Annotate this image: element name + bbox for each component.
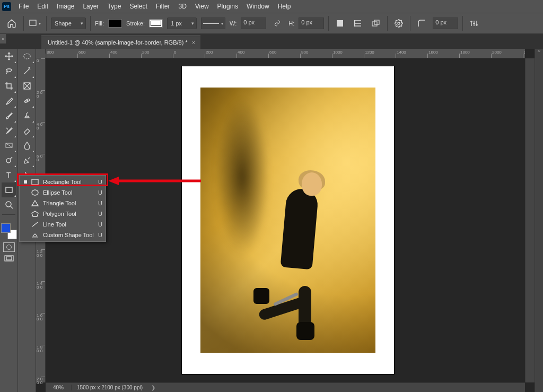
menu-bar: Ps File Edit Image Layer Type Select Fil… (0, 0, 543, 13)
close-tab-icon[interactable]: × (192, 39, 195, 46)
right-panel-dock[interactable]: ‹‹ (535, 49, 543, 392)
menu-file[interactable]: File (14, 0, 33, 13)
move-tool[interactable] (2, 49, 16, 64)
stroke-width-field[interactable]: 1 px (167, 18, 197, 29)
align-edges-icon[interactable] (467, 18, 481, 29)
flyout-triangle-tool[interactable]: Triangle Tool U (20, 198, 106, 208)
custom-shape-icon (31, 231, 39, 239)
menu-help[interactable]: Help (274, 0, 295, 13)
status-bar: 40% 1500 px x 2100 px (300 ppi) ❯ (46, 382, 525, 392)
menu-3d[interactable]: 3D (174, 0, 190, 13)
flyout-custom-shape-tool[interactable]: Custom Shape Tool U (20, 230, 106, 240)
polygon-icon (31, 210, 39, 217)
stroke-style-dropdown[interactable]: ▾ (201, 18, 225, 29)
svg-point-9 (6, 202, 11, 207)
flyout-ellipse-tool[interactable]: Ellipse Tool U (20, 187, 106, 198)
shape-mode-dropdown[interactable]: Shape (51, 18, 86, 29)
vertical-scrollbar[interactable] (525, 58, 535, 382)
menu-view[interactable]: View (191, 0, 213, 13)
flyout-item-shortcut: U (98, 211, 102, 217)
shape-options-gear-icon[interactable] (392, 18, 406, 29)
flyout-item-shortcut: U (98, 189, 102, 196)
marquee-tool[interactable] (20, 49, 34, 64)
panel-collapse-grip[interactable]: ‹‹ (0, 34, 6, 43)
divider (410, 16, 410, 31)
line-icon (31, 221, 39, 228)
stroke-swatch[interactable] (149, 19, 163, 28)
divider (23, 16, 24, 31)
document-dimensions[interactable]: 1500 px x 2100 px (300 ppi) (71, 385, 148, 390)
menu-layer[interactable]: Layer (78, 0, 103, 13)
home-button[interactable] (4, 16, 19, 31)
history-brush-tool[interactable] (2, 123, 16, 138)
stroke-label: Stroke: (126, 20, 145, 27)
shape-tool-flyout: Rectangle Tool U Ellipse Tool U Triangle… (19, 175, 106, 242)
zoom-level[interactable]: 40% (46, 385, 71, 390)
pen-tool[interactable] (20, 153, 34, 168)
flyout-rectangle-tool[interactable]: Rectangle Tool U (20, 177, 106, 187)
dodge-tool[interactable] (2, 153, 16, 168)
svg-rect-15 (32, 179, 38, 185)
flyout-item-shortcut: U (98, 200, 102, 206)
svg-rect-1 (337, 20, 343, 27)
foreground-background-swatch[interactable] (1, 223, 17, 239)
ruler-origin[interactable] (36, 49, 46, 58)
path-operations-icon[interactable] (333, 18, 347, 29)
svg-text:T: T (6, 171, 11, 179)
canvas-area: 8006004002000200400600800100012001400160… (36, 49, 535, 392)
divider (462, 16, 463, 31)
quick-mask-toggle[interactable] (3, 242, 15, 252)
flyout-line-tool[interactable]: Line Tool U (20, 219, 106, 230)
canvas-stage[interactable] (46, 58, 525, 382)
healing-brush-tool[interactable] (20, 93, 34, 108)
brush-tool[interactable] (2, 108, 16, 123)
document-tab-strip: Untitled-1 @ 40% (sample-image-for-borde… (0, 34, 543, 49)
menu-edit[interactable]: Edit (33, 0, 52, 13)
svg-rect-0 (30, 20, 36, 25)
menu-window[interactable]: Window (242, 0, 274, 13)
link-wh-icon[interactable] (270, 18, 284, 29)
svg-point-4 (398, 22, 400, 24)
path-arrangement-icon[interactable] (369, 18, 383, 29)
magic-wand-tool[interactable] (20, 64, 34, 79)
svg-rect-8 (6, 187, 12, 193)
lasso-tool[interactable] (2, 64, 16, 79)
corner-radius-icon (415, 18, 428, 29)
crop-tool[interactable] (2, 79, 16, 93)
path-alignment-icon[interactable] (351, 18, 365, 29)
height-field[interactable]: 0 px (299, 18, 324, 29)
app-logo: Ps (2, 2, 11, 11)
tool-preset-picker[interactable]: ▾ (28, 18, 42, 29)
menu-plugins[interactable]: Plugins (213, 0, 242, 13)
width-label: W: (230, 20, 237, 27)
corner-radius-field[interactable]: 0 px (433, 18, 458, 29)
menu-select[interactable]: Select (125, 0, 151, 13)
width-field[interactable]: 0 px (241, 18, 266, 29)
triangle-icon (31, 199, 39, 207)
eyedropper-tool[interactable] (2, 93, 16, 108)
flyout-item-label: Custom Shape Tool (43, 232, 94, 238)
sample-photo (200, 88, 375, 353)
flyout-item-shortcut: U (98, 232, 102, 238)
options-bar: ▾ Shape Fill: Stroke: 1 px ▾ W: 0 px H: … (0, 13, 543, 34)
ellipse-icon (31, 189, 39, 196)
svg-point-16 (32, 190, 38, 195)
menu-filter[interactable]: Filter (152, 0, 174, 13)
document-tab[interactable]: Untitled-1 @ 40% (sample-image-for-borde… (41, 36, 200, 49)
type-tool[interactable]: T (2, 168, 16, 182)
clone-stamp-tool[interactable] (20, 108, 34, 123)
flyout-polygon-tool[interactable]: Polygon Tool U (20, 208, 106, 219)
horizontal-ruler[interactable]: 8006004002000200400600800100012001400160… (46, 49, 525, 58)
status-bar-menu-icon[interactable]: ❯ (148, 385, 159, 390)
eraser-tool[interactable] (20, 123, 34, 138)
gradient-tool[interactable] (2, 138, 16, 153)
zoom-tool[interactable] (2, 197, 16, 212)
frame-tool[interactable] (20, 79, 34, 93)
menu-type[interactable]: Type (103, 0, 125, 13)
rectangle-tool[interactable] (2, 182, 16, 197)
height-label: H: (288, 20, 294, 27)
screen-mode-icon[interactable] (3, 254, 15, 264)
blur-tool[interactable] (20, 138, 34, 153)
fill-swatch[interactable] (108, 19, 122, 28)
menu-image[interactable]: Image (52, 0, 78, 13)
